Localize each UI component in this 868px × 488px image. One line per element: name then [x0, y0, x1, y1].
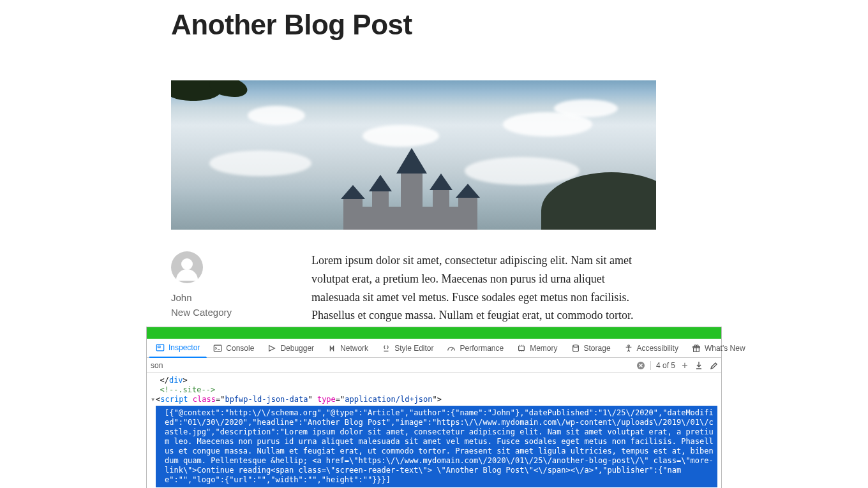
tab-console[interactable]: Console	[207, 339, 261, 357]
tab-inspector[interactable]: Inspector	[149, 339, 207, 358]
gift-icon	[692, 344, 701, 353]
tab-style-editor[interactable]: Style Editor	[375, 339, 440, 357]
tab-memory[interactable]: Memory	[511, 339, 564, 357]
author-name-link[interactable]: John	[171, 292, 292, 303]
devtools-highlight-bar	[147, 327, 721, 339]
performance-icon	[447, 344, 456, 353]
tab-label: Console	[226, 344, 254, 353]
tab-label: Performance	[460, 344, 504, 353]
svg-point-4	[572, 344, 578, 347]
post-container: Another Blog Post John New	[171, 9, 656, 343]
tab-label: Accessibility	[637, 344, 678, 353]
search-match-counter: 4 of 5	[650, 361, 675, 370]
tab-accessibility[interactable]: Accessibility	[618, 339, 685, 357]
svg-point-5	[627, 344, 629, 346]
eyedropper-icon[interactable]	[708, 361, 717, 370]
accessibility-icon	[624, 344, 633, 353]
storage-icon	[571, 344, 580, 353]
tab-performance[interactable]: Performance	[440, 339, 511, 357]
code-line[interactable]: </div>	[151, 376, 717, 385]
tab-label: Style Editor	[394, 344, 433, 353]
network-icon	[327, 344, 336, 353]
tab-label: What's New	[705, 344, 745, 353]
featured-image	[171, 80, 656, 230]
search-input[interactable]: son	[151, 361, 631, 370]
svg-rect-1	[158, 346, 161, 348]
code-line[interactable]: ▾<script class="bpfwp-ld-json-data" type…	[151, 395, 717, 404]
post-title: Another Blog Post	[171, 9, 656, 41]
console-icon	[213, 344, 222, 353]
tab-network[interactable]: Network	[321, 339, 375, 357]
search-next-icon[interactable]: +	[680, 361, 689, 370]
devtools-markup-view[interactable]: </div> <!--.site--> ▾<script class="bpfw…	[147, 373, 721, 488]
tab-storage[interactable]: Storage	[565, 339, 618, 357]
tab-label: Debugger	[280, 344, 314, 353]
tab-label: Storage	[584, 344, 611, 353]
tab-whats-new[interactable]: What's New	[685, 339, 752, 357]
category-link[interactable]: New Category	[171, 307, 292, 318]
memory-icon	[517, 344, 526, 353]
devtools-tabbar: Inspector Console Debugger Network Style…	[147, 339, 721, 358]
tab-label: Memory	[530, 344, 557, 353]
author-avatar	[171, 251, 203, 283]
devtools-panel: Inspector Console Debugger Network Style…	[146, 327, 722, 488]
tab-label: Network	[340, 344, 368, 353]
devtools-search-bar: son 4 of 5 +	[147, 358, 721, 373]
svg-rect-2	[214, 345, 221, 351]
tab-debugger[interactable]: Debugger	[261, 339, 321, 357]
svg-rect-3	[519, 346, 525, 350]
tab-label: Inspector	[168, 343, 200, 352]
search-prev-icon[interactable]	[694, 361, 703, 370]
inspector-icon	[156, 343, 165, 352]
selected-json-text-node[interactable]: [{"@context":"http:\/\/schema.org","@typ…	[156, 406, 717, 487]
clear-search-icon[interactable]	[636, 361, 645, 370]
style-editor-icon	[382, 344, 391, 353]
code-line[interactable]: <!--.site-->	[151, 385, 717, 395]
debugger-icon	[267, 344, 276, 353]
